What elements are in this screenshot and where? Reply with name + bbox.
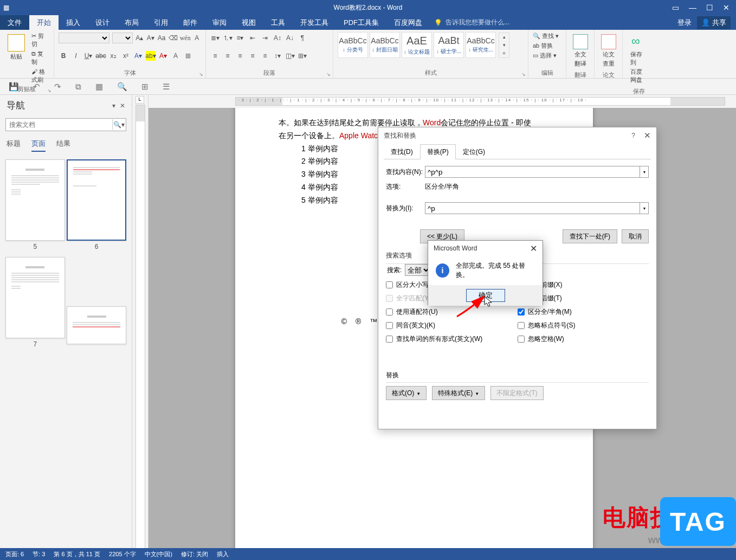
indent-inc-icon[interactable]: ⇥ <box>260 33 270 43</box>
redo-icon[interactable]: ↷ <box>54 82 61 92</box>
dlg-tab-goto[interactable]: 定位(G) <box>456 144 492 159</box>
minimize-icon[interactable]: — <box>689 3 696 12</box>
grow-font-icon[interactable]: A▴ <box>135 33 144 43</box>
tab-home[interactable]: 开始 <box>29 15 59 30</box>
tab-references[interactable]: 引用 <box>146 15 176 30</box>
status-page-of[interactable]: 第 6 页，共 11 页 <box>54 550 100 558</box>
tab-file[interactable]: 文件 <box>0 15 29 30</box>
save-baidu-button[interactable]: ∞ 保存到 百度网盘 <box>627 32 651 86</box>
style-item-1[interactable]: AaBbCc↓ 封面日期 <box>370 32 400 58</box>
nav-dropdown-icon[interactable]: ▾ <box>112 102 115 110</box>
ribbon-opts-icon[interactable]: ▭ <box>672 3 679 12</box>
multilevel-icon[interactable]: ≡▾ <box>235 33 245 43</box>
special-button[interactable]: 特殊格式(E)▼ <box>432 386 485 400</box>
dialog-help-icon[interactable]: ? <box>631 132 635 139</box>
replace-input[interactable] <box>425 202 640 214</box>
bold-icon[interactable]: B <box>59 51 68 61</box>
thumb-6[interactable]: 6 <box>67 159 126 250</box>
status-section[interactable]: 节: 3 <box>33 550 45 558</box>
styles-down-icon[interactable]: ▾ <box>499 41 509 49</box>
line-spacing-icon[interactable]: ↕▾ <box>273 51 282 61</box>
chk-wildcard[interactable]: 使用通配符(U) <box>386 307 518 317</box>
chk-space[interactable]: 忽略空格(W) <box>518 334 649 344</box>
select-button[interactable]: ▭ 选择 ▾ <box>533 52 561 60</box>
align-center-icon[interactable]: ≡ <box>223 51 233 61</box>
italic-icon[interactable]: I <box>71 51 81 61</box>
char-shading-icon[interactable]: A <box>171 51 180 61</box>
tab-insert[interactable]: 插入 <box>59 15 88 30</box>
enclose-icon[interactable]: A <box>193 33 201 43</box>
styles-up-icon[interactable]: ▴ <box>499 33 509 41</box>
shading-icon[interactable]: ◫▾ <box>285 51 295 61</box>
clipboard-launcher[interactable]: ↘ <box>47 88 51 93</box>
align-justify-icon[interactable]: ≡ <box>248 51 257 61</box>
style-gallery[interactable]: AaBbCc↓ 分类号 AaBbCc↓ 封面日期 AaE↓ 论文标题 AaBt↓… <box>338 32 498 58</box>
tab-developer[interactable]: 开发工具 <box>293 15 336 30</box>
translate-button[interactable]: 全文 翻译 <box>571 32 590 70</box>
status-track[interactable]: 修订: 关闭 <box>181 550 208 558</box>
subscript-icon[interactable]: x₂ <box>108 51 118 61</box>
paragraph-launcher[interactable]: ↘ <box>326 72 331 77</box>
maximize-icon[interactable]: ☐ <box>706 3 713 12</box>
login-link[interactable]: 登录 <box>677 18 692 28</box>
qat-icon-7[interactable]: ⊞ <box>141 82 149 92</box>
bullets-icon[interactable]: ≣▾ <box>210 33 220 43</box>
style-item-0[interactable]: AaBbCc↓ 分类号 <box>338 32 368 58</box>
paste-button[interactable]: 粘贴 <box>4 32 28 63</box>
dialog-close-icon[interactable]: ✕ <box>644 131 651 140</box>
font-color-icon[interactable]: A▾ <box>158 51 168 61</box>
vertical-ruler[interactable] <box>135 105 145 552</box>
chk-all-forms[interactable]: 查找单词的所有形式(英文)(W) <box>386 334 518 344</box>
strike-icon[interactable]: abc <box>96 51 106 61</box>
share-button[interactable]: 👤 共享 <box>697 16 731 29</box>
find-button[interactable]: 🔍 查找 ▾ <box>533 32 561 40</box>
styles-launcher[interactable]: ↘ <box>521 72 526 77</box>
borders-icon[interactable]: ⊞▾ <box>298 51 307 61</box>
nav-tab-results[interactable]: 结果 <box>56 139 70 152</box>
status-words[interactable]: 2205 个字 <box>109 550 136 558</box>
thumb-8[interactable] <box>67 306 126 346</box>
align-right-icon[interactable]: ≡ <box>235 51 245 61</box>
replace-button[interactable]: ab 替换 <box>533 42 561 50</box>
thumb-7[interactable]: 7 <box>5 257 65 348</box>
nav-tab-headings[interactable]: 标题 <box>7 139 21 152</box>
page-thumbnails[interactable]: 5 6 7 <box>0 154 132 552</box>
tab-layout[interactable]: 布局 <box>117 15 146 30</box>
tab-baidu[interactable]: 百度网盘 <box>386 15 430 30</box>
font-size-select[interactable] <box>112 33 133 43</box>
cut-button[interactable]: ✂ 剪切 <box>31 32 49 48</box>
numbering-icon[interactable]: ⒈▾ <box>223 33 233 43</box>
tab-view[interactable]: 视图 <box>234 15 263 30</box>
msgbox-close-icon[interactable]: ✕ <box>530 243 537 254</box>
nav-close-icon[interactable]: ✕ <box>120 102 125 110</box>
chk-width[interactable]: 区分全/半角(M) <box>518 307 649 317</box>
style-item-4[interactable]: AaBbCc↓ 研究生... <box>466 32 496 58</box>
underline-icon[interactable]: U▾ <box>83 51 93 61</box>
dlg-tab-replace[interactable]: 替换(P) <box>420 144 456 159</box>
thumb-5[interactable]: 5 <box>5 159 65 250</box>
clear-format-icon[interactable]: ⌫ <box>169 33 178 43</box>
text-effects-icon[interactable]: A▾ <box>133 51 143 61</box>
qat-icon-4[interactable]: ⧉ <box>75 82 81 92</box>
align-dist-icon[interactable]: ≡ <box>260 51 270 61</box>
tab-mailings[interactable]: 邮件 <box>176 15 205 30</box>
chk-punct[interactable]: 忽略标点符号(S) <box>518 321 649 330</box>
replace-dropdown[interactable]: ▾ <box>640 202 649 214</box>
indent-dec-icon[interactable]: ⇤ <box>248 33 257 43</box>
change-case-icon[interactable]: Aa <box>157 33 165 43</box>
status-lang[interactable]: 中文(中国) <box>145 550 172 558</box>
copy-button[interactable]: ⧉ 复制 <box>31 50 49 66</box>
qat-icon-5[interactable]: ▦ <box>95 82 103 92</box>
superscript-icon[interactable]: x² <box>121 51 131 61</box>
tab-review[interactable]: 审阅 <box>205 15 234 30</box>
font-launcher[interactable]: ↘ <box>199 72 203 77</box>
tell-me[interactable]: 💡 告诉我您想要做什么... <box>434 15 509 30</box>
nav-tab-pages[interactable]: 页面 <box>31 139 46 152</box>
align-left-icon[interactable]: ≡ <box>210 51 220 61</box>
chk-sounds-like[interactable]: 同音(英文)(K) <box>386 321 518 330</box>
close-icon[interactable]: ✕ <box>723 3 729 12</box>
char-border-icon[interactable]: ⊞ <box>183 51 193 61</box>
shrink-font-icon[interactable]: A▾ <box>146 33 154 43</box>
tab-pdf[interactable]: PDF工具集 <box>336 15 386 30</box>
tab-design[interactable]: 设计 <box>88 15 117 30</box>
